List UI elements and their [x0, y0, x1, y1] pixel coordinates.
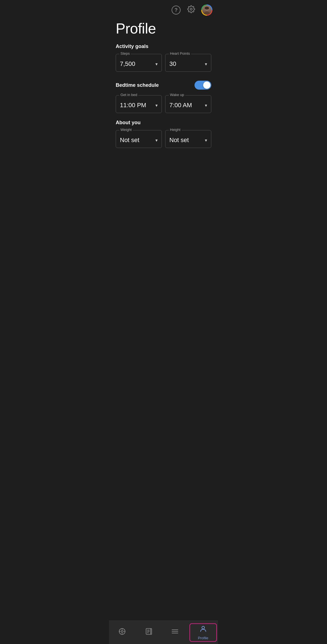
page-title: Profile — [109, 18, 218, 44]
activity-goals-row: Steps 7,500 ▾ Heart Points 30 ▾ — [109, 54, 218, 78]
wake-up-dropdown[interactable]: Wake up 7:00 AM ▾ — [165, 95, 211, 113]
weight-dropdown[interactable]: Weight Not set ▾ — [116, 130, 162, 148]
wake-up-label: Wake up — [169, 93, 185, 97]
about-you-section: About you Weight Not set ▾ Height Not se… — [109, 120, 218, 155]
avatar-button[interactable] — [201, 4, 212, 16]
bedtime-dropdowns-row: Get in bed 11:00 PM ▾ Wake up 7:00 AM ▾ — [109, 95, 218, 120]
steps-value: 7,500 — [120, 60, 135, 68]
toggle-knob — [203, 82, 210, 89]
gear-icon — [187, 5, 195, 15]
weight-label: Weight — [119, 128, 133, 132]
top-bar: ? — [109, 0, 218, 18]
avatar — [202, 5, 212, 15]
bedtime-label: Bedtime schedule — [116, 82, 159, 88]
height-value-row[interactable]: Not set ▾ — [165, 130, 211, 148]
help-button[interactable]: ? — [171, 5, 181, 15]
height-chevron-icon: ▾ — [205, 138, 207, 143]
wake-up-chevron-icon: ▾ — [205, 103, 207, 108]
get-in-bed-value: 11:00 PM — [120, 102, 146, 109]
get-in-bed-value-row[interactable]: 11:00 PM ▾ — [116, 95, 162, 113]
heart-points-chevron-icon: ▾ — [205, 61, 207, 67]
steps-dropdown[interactable]: Steps 7,500 ▾ — [116, 54, 162, 72]
bedtime-toggle[interactable] — [195, 81, 211, 90]
wake-up-value: 7:00 AM — [169, 102, 192, 109]
about-you-row: Weight Not set ▾ Height Not set ▾ — [109, 130, 218, 155]
heart-points-dropdown[interactable]: Heart Points 30 ▾ — [165, 54, 211, 72]
help-icon: ? — [172, 6, 181, 15]
steps-chevron-icon: ▾ — [155, 61, 158, 67]
main-content: ? Profil — [109, 0, 218, 183]
weight-chevron-icon: ▾ — [155, 138, 158, 143]
get-in-bed-label: Get in bed — [119, 93, 138, 97]
get-in-bed-dropdown[interactable]: Get in bed 11:00 PM ▾ — [116, 95, 162, 113]
weight-value: Not set — [120, 137, 139, 144]
get-in-bed-chevron-icon: ▾ — [155, 103, 158, 108]
steps-field-label: Steps — [119, 51, 131, 56]
settings-button[interactable] — [186, 5, 196, 15]
heart-points-value-row[interactable]: 30 ▾ — [165, 54, 211, 71]
heart-points-value: 30 — [169, 60, 176, 68]
svg-point-3 — [205, 7, 209, 9]
wake-up-value-row[interactable]: 7:00 AM ▾ — [165, 95, 211, 113]
weight-value-row[interactable]: Not set ▾ — [116, 130, 162, 148]
height-label: Height — [169, 128, 182, 132]
bedtime-section: Bedtime schedule Get in bed 11:00 PM ▾ W… — [109, 78, 218, 120]
height-dropdown[interactable]: Height Not set ▾ — [165, 130, 211, 148]
svg-point-1 — [203, 11, 210, 15]
svg-point-0 — [190, 8, 192, 10]
steps-value-row[interactable]: 7,500 ▾ — [116, 54, 162, 71]
heart-points-field-label: Heart Points — [169, 51, 191, 56]
activity-goals-section: Activity goals Steps 7,500 ▾ Heart Point… — [109, 44, 218, 78]
height-value: Not set — [169, 137, 189, 144]
